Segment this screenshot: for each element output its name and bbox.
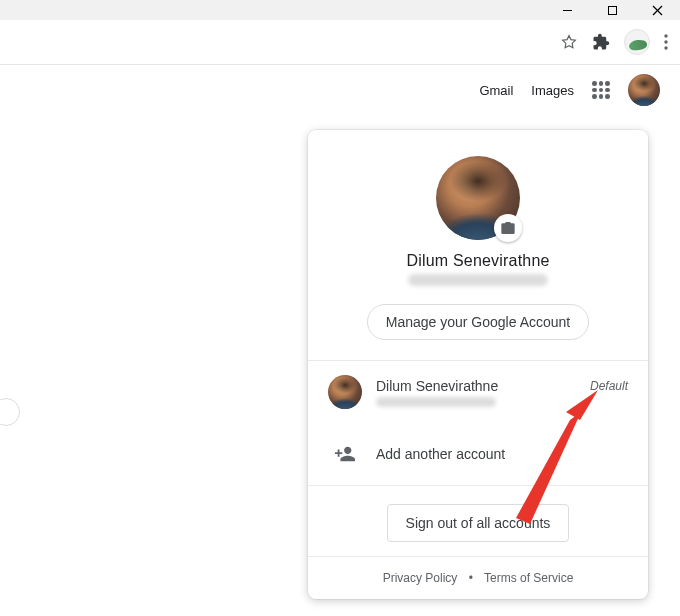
- add-account-icon-slot: [328, 437, 362, 471]
- other-account-name: Dilum Senevirathne: [376, 378, 498, 394]
- other-account-row[interactable]: Dilum Senevirathne Default: [308, 361, 648, 423]
- browser-toolbar: [0, 20, 680, 65]
- privacy-policy-link[interactable]: Privacy Policy: [383, 571, 458, 585]
- apps-grid-icon: [592, 81, 597, 86]
- other-account-text: Dilum Senevirathne: [376, 378, 498, 407]
- add-account-row[interactable]: Add another account: [308, 423, 648, 485]
- puzzle-icon: [592, 33, 610, 51]
- svg-point-4: [664, 34, 667, 37]
- maximize-icon: [607, 5, 618, 16]
- other-account-avatar: [328, 375, 362, 409]
- manage-account-button[interactable]: Manage your Google Account: [367, 304, 589, 340]
- star-icon: [560, 33, 578, 51]
- close-window-button[interactable]: [635, 0, 680, 20]
- popover-header: Dilum Senevirathne Manage your Google Ac…: [308, 130, 648, 361]
- minimize-button[interactable]: [545, 0, 590, 20]
- maximize-button[interactable]: [590, 0, 635, 20]
- images-link[interactable]: Images: [531, 83, 574, 98]
- footer-dot: •: [469, 571, 473, 585]
- change-photo-button[interactable]: [494, 214, 522, 242]
- camera-icon: [500, 220, 516, 236]
- user-email-blurred: [408, 274, 548, 286]
- svg-rect-1: [609, 6, 617, 14]
- window-controls: [545, 0, 680, 20]
- extensions-button[interactable]: [592, 33, 610, 51]
- kebab-icon: [664, 34, 668, 50]
- svg-point-6: [664, 46, 667, 49]
- sign-out-all-button[interactable]: Sign out of all accounts: [387, 504, 570, 542]
- page-edge-bubble: [0, 398, 20, 426]
- browser-menu-button[interactable]: [664, 34, 668, 50]
- user-name: Dilum Senevirathne: [406, 252, 549, 270]
- google-apps-button[interactable]: [592, 81, 610, 99]
- close-icon: [652, 5, 663, 16]
- window-titlebar: [0, 0, 680, 20]
- terms-of-service-link[interactable]: Terms of Service: [484, 571, 573, 585]
- other-account-email-blurred: [376, 397, 496, 407]
- minimize-icon: [562, 5, 573, 16]
- account-avatar-button[interactable]: [628, 74, 660, 106]
- add-account-label: Add another account: [376, 446, 505, 462]
- popover-footer: Privacy Policy • Terms of Service: [308, 557, 648, 585]
- google-header: Gmail Images: [0, 65, 680, 115]
- bookmark-star-button[interactable]: [560, 33, 578, 51]
- person-add-icon: [334, 443, 356, 465]
- avatar-wrap: [436, 156, 520, 240]
- browser-profile-button[interactable]: [624, 29, 650, 55]
- default-badge: Default: [590, 379, 628, 393]
- account-popover: Dilum Senevirathne Manage your Google Ac…: [308, 130, 648, 599]
- gmail-link[interactable]: Gmail: [479, 83, 513, 98]
- svg-point-5: [664, 40, 667, 43]
- signout-wrap: Sign out of all accounts: [308, 486, 648, 556]
